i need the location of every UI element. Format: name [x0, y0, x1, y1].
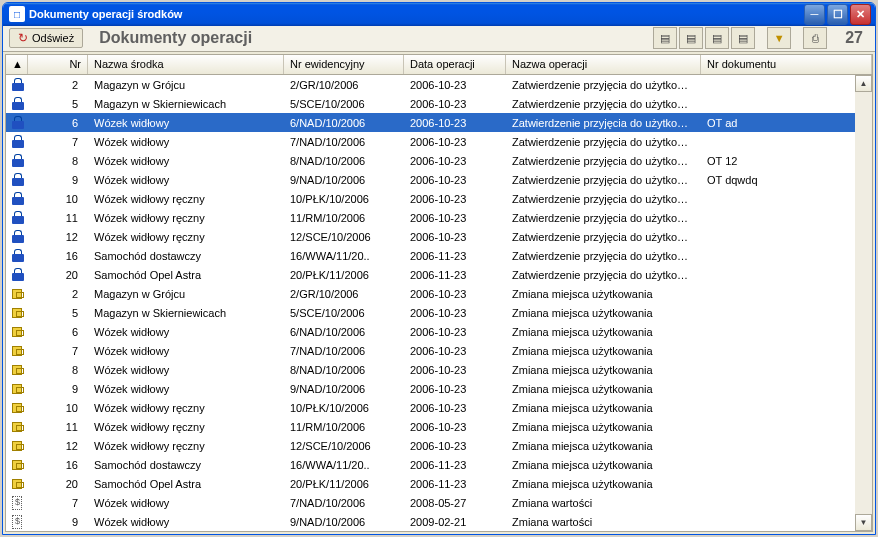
cell-doc — [701, 216, 872, 220]
cell-nr: 2 — [28, 286, 88, 302]
cell-op: Zatwierdzenie przyjęcia do użytkowa.. — [506, 96, 701, 112]
lock-icon — [6, 95, 28, 113]
table-row[interactable]: 8Wózek widłowy8/NAD/10/20062006-10-23Zmi… — [6, 360, 872, 379]
cell-name: Magazyn w Grójcu — [88, 77, 284, 93]
col-date[interactable]: Data operacji — [404, 55, 506, 74]
move-icon — [6, 439, 28, 453]
table-row[interactable]: 6Wózek widłowy6/NAD/10/20062006-10-23Zmi… — [6, 322, 872, 341]
table-row[interactable]: 20Samochód Opel Astra20/PŁK/11/20062006-… — [6, 265, 872, 284]
table-row[interactable]: 7Wózek widłowy7/NAD/10/20062006-10-23Zmi… — [6, 341, 872, 360]
col-name[interactable]: Nazwa środka — [88, 55, 284, 74]
cell-date: 2006-10-23 — [404, 191, 506, 207]
tool-button-1[interactable]: ▤ — [653, 27, 677, 49]
titlebar[interactable]: Dokumenty operacji środków ─ ☐ ✕ — [3, 3, 875, 26]
cell-ev: 8/NAD/10/2006 — [284, 153, 404, 169]
cell-nr: 11 — [28, 419, 88, 435]
cell-name: Magazyn w Skierniewicach — [88, 305, 284, 321]
cell-nr: 6 — [28, 324, 88, 340]
cell-doc — [701, 349, 872, 353]
cell-doc — [701, 140, 872, 144]
cell-nr: 11 — [28, 210, 88, 226]
table-row[interactable]: 8Wózek widłowy8/NAD/10/20062006-10-23Zat… — [6, 151, 872, 170]
col-indicator[interactable]: ▲ — [6, 55, 28, 74]
col-doc[interactable]: Nr dokumentu — [701, 55, 872, 74]
table-row[interactable]: 20Samochód Opel Astra20/PŁK/11/20062006-… — [6, 474, 872, 493]
value-icon — [6, 513, 28, 531]
filter-button[interactable]: ▼ — [767, 27, 791, 49]
table-row[interactable]: 5Magazyn w Skierniewicach5/SCE/10/200620… — [6, 303, 872, 322]
cell-doc — [701, 292, 872, 296]
cell-name: Samochód dostawczy — [88, 248, 284, 264]
table-row[interactable]: 7Wózek widłowy7/NAD/10/20062008-05-27Zmi… — [6, 493, 872, 512]
cell-op: Zmiana miejsca użytkowania — [506, 286, 701, 302]
cell-name: Wózek widłowy ręczny — [88, 210, 284, 226]
cell-name: Wózek widłowy ręczny — [88, 400, 284, 416]
table-row[interactable]: 10Wózek widłowy ręczny10/PŁK/10/20062006… — [6, 398, 872, 417]
cell-ev: 11/RM/10/2006 — [284, 210, 404, 226]
toolbar: ↻ Odśwież Dokumenty operacji ▤ ▤ ▤ ▤ ▼ ⎙… — [3, 26, 875, 52]
table-row[interactable]: 11Wózek widłowy ręczny11/RM/10/20062006-… — [6, 208, 872, 227]
cell-date: 2006-11-23 — [404, 267, 506, 283]
cell-ev: 7/NAD/10/2006 — [284, 495, 404, 511]
cell-nr: 6 — [28, 115, 88, 131]
cell-op: Zmiana wartości — [506, 495, 701, 511]
table-row[interactable]: 9Wózek widłowy9/NAD/10/20062009-02-21Zmi… — [6, 512, 872, 531]
table-row[interactable]: 16Samochód dostawczy16/WWA/11/20..2006-1… — [6, 246, 872, 265]
table-row[interactable]: 11Wózek widłowy ręczny11/RM/10/20062006-… — [6, 417, 872, 436]
table-row[interactable]: 2Magazyn w Grójcu2/GR/10/20062006-10-23Z… — [6, 75, 872, 94]
cell-date: 2006-10-23 — [404, 210, 506, 226]
cell-op: Zmiana miejsca użytkowania — [506, 343, 701, 359]
print-button[interactable]: ⎙ — [803, 27, 827, 49]
table-row[interactable]: 5Magazyn w Skierniewicach5/SCE/10/200620… — [6, 94, 872, 113]
table-row[interactable]: 2Magazyn w Grójcu2/GR/10/20062006-10-23Z… — [6, 284, 872, 303]
cell-ev: 10/PŁK/10/2006 — [284, 191, 404, 207]
cell-nr: 9 — [28, 172, 88, 188]
close-button[interactable]: ✕ — [850, 4, 871, 25]
cell-doc — [701, 102, 872, 106]
cell-name: Wózek widłowy — [88, 514, 284, 530]
app-window: Dokumenty operacji środków ─ ☐ ✕ ↻ Odświ… — [2, 2, 876, 535]
refresh-icon: ↻ — [18, 31, 28, 45]
cell-date: 2006-10-23 — [404, 362, 506, 378]
cell-op: Zmiana miejsca użytkowania — [506, 400, 701, 416]
table-row[interactable]: 12Wózek widłowy ręczny12/SCE/10/20062006… — [6, 436, 872, 455]
maximize-button[interactable]: ☐ — [827, 4, 848, 25]
scroll-down-button[interactable]: ▼ — [855, 514, 872, 531]
col-nr[interactable]: Nr — [28, 55, 88, 74]
scroll-up-button[interactable]: ▲ — [855, 75, 872, 92]
cell-name: Wózek widłowy — [88, 495, 284, 511]
tool-button-3[interactable]: ▤ — [705, 27, 729, 49]
cell-op: Zmiana miejsca użytkowania — [506, 305, 701, 321]
refresh-button[interactable]: ↻ Odśwież — [9, 28, 83, 48]
tool-button-4[interactable]: ▤ — [731, 27, 755, 49]
cell-name: Wózek widłowy — [88, 362, 284, 378]
cell-nr: 12 — [28, 438, 88, 454]
tool-button-2[interactable]: ▤ — [679, 27, 703, 49]
cell-nr: 16 — [28, 457, 88, 473]
cell-nr: 2 — [28, 77, 88, 93]
cell-ev: 2/GR/10/2006 — [284, 286, 404, 302]
lock-icon — [6, 152, 28, 170]
table-row[interactable]: 16Samochód dostawczy16/WWA/11/20..2006-1… — [6, 455, 872, 474]
vertical-scrollbar[interactable]: ▲ ▼ — [855, 75, 872, 531]
lock-icon — [6, 190, 28, 208]
move-icon — [6, 287, 28, 301]
minimize-button[interactable]: ─ — [804, 4, 825, 25]
col-ev[interactable]: Nr ewidencyjny — [284, 55, 404, 74]
table-row[interactable]: 9Wózek widłowy9/NAD/10/20062006-10-23Zmi… — [6, 379, 872, 398]
move-icon — [6, 477, 28, 491]
cell-date: 2006-10-23 — [404, 286, 506, 302]
cell-date: 2006-10-23 — [404, 172, 506, 188]
table-row[interactable]: 6Wózek widłowy6/NAD/10/20062006-10-23Zat… — [6, 113, 872, 132]
table-row[interactable]: 7Wózek widłowy7/NAD/10/20062006-10-23Zat… — [6, 132, 872, 151]
cell-ev: 20/PŁK/11/2006 — [284, 267, 404, 283]
col-op[interactable]: Nazwa operacji — [506, 55, 701, 74]
cell-doc: OT 12 — [701, 153, 872, 169]
table-row[interactable]: 12Wózek widłowy ręczny12/SCE/10/20062006… — [6, 227, 872, 246]
scroll-track[interactable] — [855, 92, 872, 514]
cell-name: Wózek widłowy — [88, 172, 284, 188]
table-row[interactable]: 10Wózek widłowy ręczny10/PŁK/10/20062006… — [6, 189, 872, 208]
table-row[interactable]: 9Wózek widłowy9/NAD/10/20062006-10-23Zat… — [6, 170, 872, 189]
lock-icon — [6, 171, 28, 189]
value-icon — [6, 494, 28, 512]
